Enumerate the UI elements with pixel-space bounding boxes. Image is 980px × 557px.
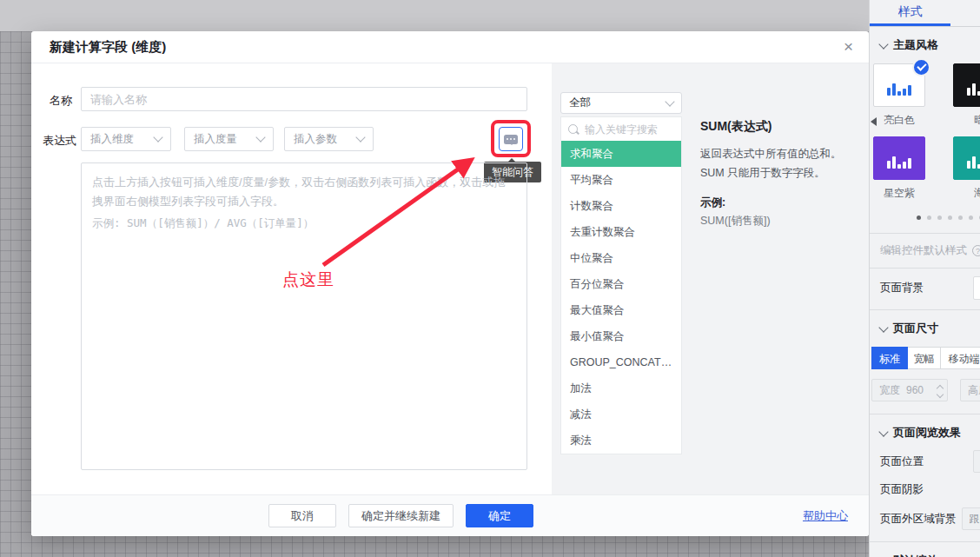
page-outer-bg-select[interactable]: 跟随页面: [962, 507, 980, 530]
section-page-view-header[interactable]: 页面阅览效果: [870, 414, 980, 442]
insert-measure-dropdown[interactable]: 插入度量: [184, 127, 274, 151]
footer-buttons: 取消 确定并继续新建 确定: [268, 504, 533, 527]
stepper-arrows[interactable]: [937, 384, 943, 397]
width-value: 960: [906, 384, 924, 396]
check-icon: [912, 58, 930, 76]
insert-measure-label: 插入度量: [194, 132, 237, 147]
chat-bubble-icon: [504, 135, 518, 144]
theme-grid: 亮白色 暗 星空紫 海: [870, 63, 980, 201]
function-example-code: SUM([销售额]): [700, 214, 865, 229]
theme-card-teal[interactable]: [953, 136, 980, 180]
function-item[interactable]: 百分位聚合: [561, 271, 681, 297]
tab-active-underline: [870, 23, 950, 26]
smart-qa-button[interactable]: [499, 127, 523, 151]
function-item[interactable]: 乘法: [561, 428, 681, 454]
search-icon: [568, 124, 578, 134]
function-item[interactable]: 减法: [561, 401, 681, 428]
function-item[interactable]: 平均聚合: [561, 167, 681, 193]
page-background-label: 页面背景: [880, 281, 924, 295]
default-zoom-section-title: 默认缩放: [893, 553, 938, 557]
modal-header: 新建计算字段 (维度) ×: [31, 31, 869, 63]
stepper-down-icon[interactable]: [937, 390, 944, 397]
modal-title: 新建计算字段 (维度): [50, 39, 166, 56]
function-detail-title: SUM(表达式): [700, 119, 865, 135]
sidebar-tabs: 样式: [870, 0, 980, 27]
chevron-down-icon: [878, 39, 888, 49]
height-stepper[interactable]: 高度: [960, 379, 980, 401]
insert-parameter-dropdown[interactable]: 插入参数: [284, 127, 374, 151]
function-item[interactable]: 加法: [561, 375, 681, 401]
function-item[interactable]: GROUP_CONCAT…: [561, 349, 681, 375]
chevron-down-icon: [153, 132, 162, 142]
theme-card-light[interactable]: [873, 63, 925, 107]
collapse-arrow-icon[interactable]: [871, 117, 877, 126]
help-center-link[interactable]: 帮助中心: [803, 508, 848, 524]
function-category-value: 全部: [569, 96, 591, 110]
modal-footer: 取消 确定并继续新建 确定 帮助中心: [31, 494, 869, 536]
page-size-inputs: 宽度 960 高度: [871, 379, 980, 401]
theme-section-title: 主题风格: [893, 37, 938, 53]
section-page-size-header[interactable]: 页面尺寸: [870, 310, 980, 338]
page-position-select[interactable]: 默认: [973, 450, 980, 473]
theme-card-purple[interactable]: [873, 136, 925, 180]
function-search[interactable]: [561, 117, 681, 141]
page-outer-bg-row: 页面外区域背景 跟随页面: [870, 500, 980, 530]
dashboard-topbar: [0, 0, 980, 31]
width-label: 宽度: [879, 383, 900, 398]
page-size-section-title: 页面尺寸: [893, 321, 938, 336]
section-theme-header[interactable]: 主题风格: [870, 27, 980, 55]
style-sidebar: 样式 主题风格 亮白色 暗: [869, 0, 980, 557]
question-circle-icon: ?: [972, 245, 980, 256]
chevron-down-icon: [255, 132, 265, 142]
function-example-label: 示例:: [700, 196, 865, 210]
expression-label: 表达式: [43, 133, 76, 149]
function-browser-panel: 全部 求和聚合 平均聚合 计数聚合 去重计数聚合 中位聚合 百分位聚合 最大值聚…: [552, 63, 869, 495]
insert-parameter-label: 插入参数: [294, 132, 337, 147]
function-detail-description: 返回表达式中所有值的总和。SUM 只能用于数字字段。: [700, 145, 865, 183]
screen: 新建计算字段 (维度) × 名称 表达式 插入维度 插入度量 插入参数: [0, 0, 980, 557]
theme-pagination-dots[interactable]: [870, 208, 980, 223]
function-item[interactable]: 求和聚合: [561, 141, 681, 167]
insert-dimension-label: 插入维度: [90, 132, 134, 147]
confirm-and-new-button[interactable]: 确定并继续新建: [348, 504, 454, 527]
height-label: 高度: [968, 383, 980, 398]
page-position-row: 页面位置 默认: [870, 442, 980, 473]
function-item[interactable]: 最小值聚合: [561, 323, 681, 349]
function-search-input[interactable]: [583, 123, 673, 136]
mode-tab-wide[interactable]: 宽幅: [908, 347, 941, 369]
edit-default-style-label: 编辑控件默认样式: [880, 243, 967, 258]
modal-body: 名称 表达式 插入维度 插入度量 插入参数: [31, 63, 869, 495]
chevron-down-icon: [878, 427, 888, 436]
page-background-picker[interactable]: [973, 276, 980, 300]
width-stepper[interactable]: 宽度 960: [871, 379, 948, 401]
function-category-select[interactable]: 全部: [560, 92, 682, 114]
page-shadow-row: 页面阴影: [870, 473, 980, 500]
cancel-button[interactable]: 取消: [268, 504, 336, 527]
page-view-section-title: 页面阅览效果: [893, 425, 961, 441]
tab-style[interactable]: 样式: [870, 0, 950, 23]
page-position-label: 页面位置: [880, 454, 924, 469]
chevron-down-icon: [878, 322, 888, 332]
form-column: 名称 表达式 插入维度 插入度量 插入参数: [31, 63, 552, 495]
theme-card-dark[interactable]: [953, 63, 980, 107]
theme-name: 星空紫: [873, 186, 925, 201]
edit-default-style-row: 编辑控件默认样式 ?: [870, 234, 980, 258]
page-size-mode-tabs: 标准 宽幅 移动端: [871, 347, 980, 369]
page-outer-bg-value: 跟随页面: [970, 512, 980, 527]
theme-name: 亮白色: [873, 113, 925, 128]
page-background-row: 页面背景: [870, 269, 980, 300]
function-item[interactable]: 计数聚合: [561, 193, 681, 219]
mode-tab-mobile[interactable]: 移动端: [941, 347, 980, 369]
editor-example: 示例: SUM（[销售额]）/ AVG（[订单量]）: [92, 214, 516, 233]
editor-placeholder: 点击上方插入按钮可插入维度/度量/参数，双击右侧函数列表可插入函数，双击或拖拽界…: [92, 173, 516, 212]
mode-tab-standard[interactable]: 标准: [871, 347, 908, 369]
expression-editor[interactable]: 点击上方插入按钮可插入维度/度量/参数，双击右侧函数列表可插入函数，双击或拖拽界…: [81, 162, 527, 470]
close-icon[interactable]: ×: [844, 36, 853, 57]
section-default-zoom-header[interactable]: 默认缩放: [870, 542, 980, 557]
name-input[interactable]: [81, 87, 527, 111]
function-item[interactable]: 中位聚合: [561, 245, 681, 271]
function-item[interactable]: 去重计数聚合: [561, 219, 681, 245]
confirm-button[interactable]: 确定: [466, 504, 533, 527]
function-item[interactable]: 最大值聚合: [561, 297, 681, 323]
insert-dimension-dropdown[interactable]: 插入维度: [81, 127, 171, 151]
